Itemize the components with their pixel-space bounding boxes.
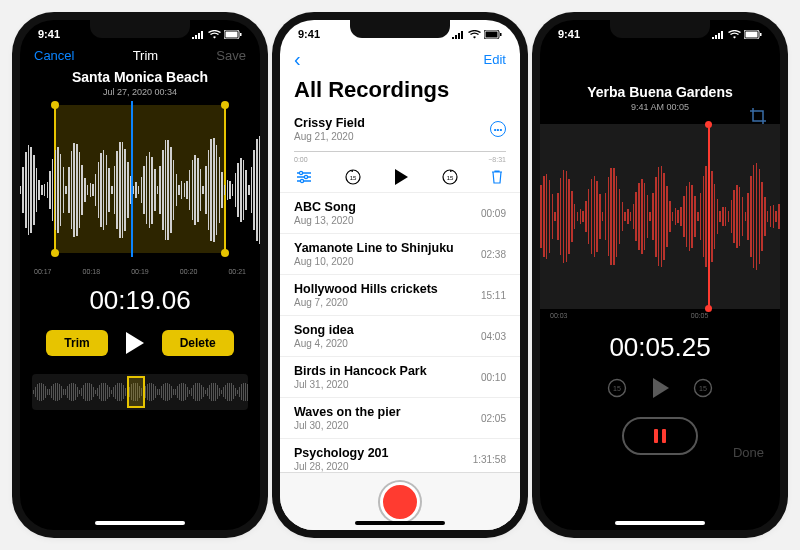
- svg-point-8: [300, 179, 303, 182]
- notch: [610, 20, 710, 38]
- list-item[interactable]: Birds in Hancock ParkJul 31, 202000:10: [280, 357, 520, 398]
- status-icons: [191, 30, 242, 39]
- scrubber[interactable]: [294, 151, 506, 152]
- phone-recording: 9:41 Yerba Buena Gardens 9:41 AM 00:05 0…: [540, 20, 780, 530]
- notch: [350, 20, 450, 38]
- recording-name: Birds in Hancock Park: [294, 364, 427, 378]
- pause-button[interactable]: [622, 417, 698, 455]
- recording-date: Aug 10, 2020: [294, 256, 454, 267]
- status-time: 9:41: [38, 28, 60, 40]
- more-icon[interactable]: •••: [490, 121, 506, 137]
- recording-date: Jul 28, 2020: [294, 461, 389, 472]
- recording-date: Aug 7, 2020: [294, 297, 438, 308]
- trash-icon[interactable]: [490, 169, 504, 185]
- wifi-icon: [208, 30, 221, 39]
- svg-point-6: [299, 171, 302, 174]
- list-item[interactable]: Waves on the pierJul 30, 202002:05: [280, 398, 520, 439]
- recording-name: Hollywood Hills crickets: [294, 282, 438, 296]
- recording-subtitle: Jul 27, 2020 00:34: [20, 87, 260, 97]
- nav-title: Trim: [133, 48, 159, 63]
- play-icon[interactable]: [650, 377, 670, 399]
- overview-strip[interactable]: [32, 374, 248, 410]
- recording-name: Yamanote Line to Shinjuku: [294, 241, 454, 255]
- list-item[interactable]: ABC SongAug 13, 202000:09: [280, 193, 520, 234]
- time-display: 00:05.25: [540, 332, 780, 363]
- recording-duration: 04:03: [481, 331, 506, 342]
- recording-name: Crissy Field: [294, 116, 365, 130]
- skip-fwd-icon[interactable]: 15: [692, 377, 714, 399]
- recording-title: Santa Monica Beach: [20, 69, 260, 85]
- delete-button[interactable]: Delete: [162, 330, 234, 356]
- svg-rect-2: [240, 33, 242, 36]
- home-indicator[interactable]: [355, 521, 445, 525]
- list-item[interactable]: Yamanote Line to ShinjukuAug 10, 202002:…: [280, 234, 520, 275]
- recording-header: Yerba Buena Gardens 9:41 AM 00:05: [540, 44, 780, 116]
- recording-duration: 00:09: [481, 208, 506, 219]
- recording-name: ABC Song: [294, 200, 356, 214]
- options-icon[interactable]: [296, 170, 312, 184]
- status-icons: [711, 30, 762, 39]
- recording-date: Jul 31, 2020: [294, 379, 427, 390]
- svg-text:15: 15: [613, 385, 621, 392]
- status-icons: [451, 30, 502, 39]
- crop-icon[interactable]: [750, 108, 766, 124]
- svg-rect-15: [760, 33, 762, 36]
- recording-duration: 02:38: [481, 249, 506, 260]
- status-time: 9:41: [298, 28, 320, 40]
- skip-back-icon[interactable]: 15: [606, 377, 628, 399]
- selected-recording[interactable]: Crissy Field Aug 21, 2020 •••: [280, 109, 520, 149]
- done-button[interactable]: Done: [733, 445, 764, 460]
- play-icon[interactable]: [393, 168, 409, 186]
- signal-icon: [191, 30, 205, 39]
- notch: [90, 20, 190, 38]
- home-indicator[interactable]: [615, 521, 705, 525]
- phone-trim: 9:41 Cancel Trim Save Santa Monica Beach…: [20, 20, 260, 530]
- record-button[interactable]: [380, 482, 420, 522]
- navbar: ‹ Edit: [280, 44, 520, 75]
- battery-icon: [224, 30, 242, 39]
- recording-date: Jul 30, 2020: [294, 420, 401, 431]
- trim-button[interactable]: Trim: [46, 330, 107, 356]
- overview-selection[interactable]: [127, 376, 145, 408]
- recording-name: Song idea: [294, 323, 354, 337]
- svg-text:15: 15: [699, 385, 707, 392]
- recording-duration: 1:31:58: [473, 454, 506, 465]
- recording-date: Aug 21, 2020: [294, 131, 365, 142]
- save-button: Save: [216, 48, 246, 63]
- cancel-button[interactable]: Cancel: [34, 48, 74, 63]
- svg-rect-4: [486, 31, 498, 37]
- time-axis: 00:1700:1800:1900:2000:21: [32, 268, 248, 275]
- play-button[interactable]: [126, 332, 144, 354]
- recording-subtitle: 9:41 AM 00:05: [631, 102, 689, 112]
- player-controls: 15 15: [280, 166, 520, 192]
- time-axis: 00:0300:05: [540, 309, 780, 322]
- svg-rect-1: [226, 31, 238, 37]
- waveform[interactable]: [540, 124, 780, 309]
- page-title: All Recordings: [280, 75, 520, 109]
- list-item[interactable]: Song ideaAug 4, 202004:03: [280, 316, 520, 357]
- recording-header: Santa Monica Beach Jul 27, 2020 00:34: [20, 69, 260, 97]
- home-indicator[interactable]: [95, 521, 185, 525]
- time-display: 00:19.06: [20, 285, 260, 316]
- status-time: 9:41: [558, 28, 580, 40]
- skip-back-icon[interactable]: 15: [344, 168, 362, 186]
- recording-name: Psychology 201: [294, 446, 389, 460]
- svg-text:15: 15: [446, 175, 453, 181]
- recording-date: Aug 13, 2020: [294, 215, 356, 226]
- navbar: Cancel Trim Save: [20, 44, 260, 67]
- recording-date: Aug 4, 2020: [294, 338, 354, 349]
- svg-rect-5: [500, 33, 502, 36]
- controls-row: 15 15: [540, 377, 780, 399]
- controls-row: Trim Delete: [20, 330, 260, 356]
- back-button[interactable]: ‹: [294, 48, 301, 71]
- list-item[interactable]: Hollywood Hills cricketsAug 7, 202015:11: [280, 275, 520, 316]
- edit-button[interactable]: Edit: [484, 52, 506, 67]
- waveform[interactable]: 00:1700:1800:1900:2000:21: [32, 105, 248, 275]
- svg-rect-14: [746, 31, 758, 37]
- playhead[interactable]: [708, 124, 710, 309]
- svg-point-7: [304, 175, 307, 178]
- recording-name: Waves on the pier: [294, 405, 401, 419]
- skip-fwd-icon[interactable]: 15: [441, 168, 459, 186]
- recording-duration: 15:11: [481, 290, 506, 301]
- recording-duration: 00:10: [481, 372, 506, 383]
